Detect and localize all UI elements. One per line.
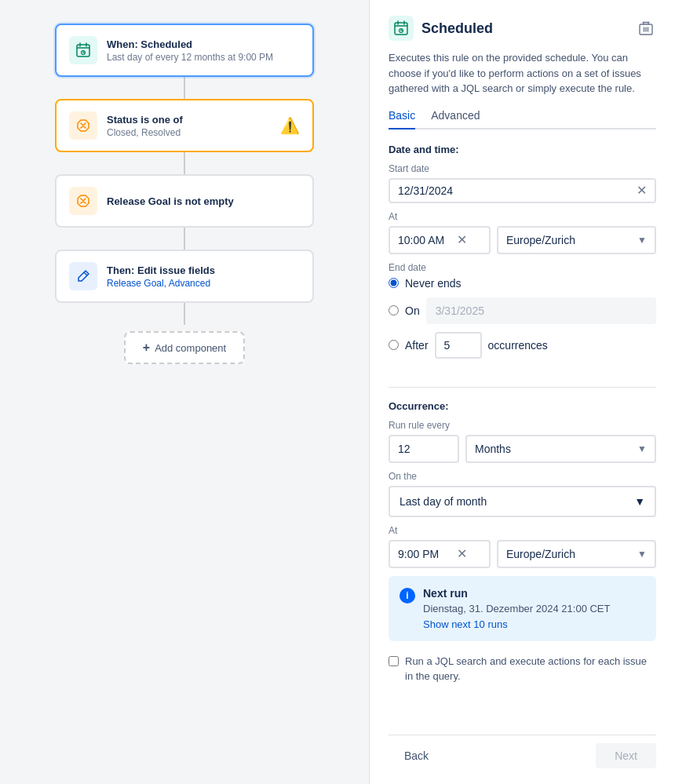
on-row: On 3/31/2025 — [389, 297, 656, 324]
never-ends-radio[interactable] — [389, 278, 399, 288]
add-component-button[interactable]: + Add component — [124, 331, 245, 364]
connector-3 — [184, 228, 185, 250]
status-filter-title: Status is one of — [107, 114, 271, 126]
tabs-row: Basic Advanced — [389, 109, 656, 129]
when-scheduled-title: When: Scheduled — [107, 38, 300, 50]
time-timezone-row-2: ✕ Europe/Zurich ▼ — [389, 540, 656, 568]
occurrence-section: Occurrence: Run rule every Months ▼ On t… — [389, 400, 656, 576]
right-panel: Scheduled Executes this rule on the prov… — [369, 0, 675, 784]
tab-basic[interactable]: Basic — [389, 109, 415, 129]
at-label-2: At — [389, 525, 656, 536]
after-label: After — [405, 339, 429, 352]
divider-1 — [389, 387, 656, 388]
end-date-label: End date — [389, 262, 656, 273]
plus-icon: + — [143, 341, 150, 355]
after-radio[interactable] — [389, 340, 399, 350]
timezone-select-1[interactable]: Europe/Zurich ▼ — [497, 226, 656, 254]
panel-description: Executes this rule on the provided sched… — [389, 50, 656, 97]
release-goal-content: Release Goal is not empty — [107, 195, 300, 207]
when-scheduled-subtitle: Last day of every 12 months at 9:00 PM — [107, 52, 300, 63]
occurrence-section-label: Occurrence: — [389, 400, 656, 412]
edit-issue-card[interactable]: Then: Edit issue fields Release Goal, Ad… — [55, 250, 314, 303]
start-date-input-box[interactable]: ✕ — [389, 178, 656, 203]
never-ends-label: Never ends — [405, 277, 462, 290]
release-goal-title: Release Goal is not empty — [107, 195, 300, 207]
panel-title: Scheduled — [421, 20, 493, 37]
run-rule-every-label: Run rule every — [389, 420, 656, 431]
run-every-row: Months ▼ — [389, 435, 656, 463]
start-date-label: Start date — [389, 163, 656, 174]
status-filter-content: Status is one of Closed, Resolved — [107, 114, 271, 138]
next-run-box: i Next run Dienstag, 31. Dezember 2024 2… — [389, 576, 656, 641]
jql-label: Run a JQL search and execute actions for… — [405, 654, 656, 684]
info-icon: i — [400, 588, 415, 603]
timezone-value-1: Europe/Zurich — [506, 234, 575, 246]
connector-4 — [184, 303, 185, 325]
next-run-date: Dienstag, 31. Dezember 2024 21:00 CET — [423, 603, 610, 614]
on-the-select[interactable]: Last day of month ▼ — [389, 486, 656, 517]
timezone-chevron-1: ▼ — [637, 235, 647, 246]
status-filter-card[interactable]: Status is one of Closed, Resolved ⚠️ — [55, 99, 314, 152]
add-component-label: Add component — [155, 342, 226, 354]
timezone-select-2[interactable]: Europe/Zurich ▼ — [497, 540, 656, 568]
back-button[interactable]: Back — [389, 743, 444, 768]
panel-header-icon — [389, 16, 414, 41]
next-button[interactable]: Next — [596, 743, 656, 768]
when-scheduled-content: When: Scheduled Last day of every 12 mon… — [107, 38, 300, 63]
release-goal-card[interactable]: Release Goal is not empty — [55, 174, 314, 228]
period-chevron: ▼ — [637, 443, 647, 454]
delete-button[interactable] — [636, 18, 656, 38]
connector-2 — [184, 152, 185, 174]
on-the-label: On the — [389, 471, 656, 482]
left-panel: When: Scheduled Last day of every 12 mon… — [0, 0, 369, 784]
occurrences-input[interactable] — [435, 332, 482, 359]
next-run-title: Next run — [423, 587, 610, 600]
at-label-1: At — [389, 211, 656, 222]
time-input-2[interactable] — [398, 548, 457, 560]
time-input-1[interactable] — [398, 234, 457, 246]
connector-1 — [184, 77, 185, 99]
release-goal-icon — [69, 187, 97, 215]
run-every-input[interactable] — [389, 435, 459, 463]
edit-issue-content: Then: Edit issue fields Release Goal, Ad… — [107, 264, 300, 289]
on-date-display: 3/31/2025 — [426, 297, 656, 324]
time-input-box-2[interactable]: ✕ — [389, 540, 491, 568]
status-card-icon — [69, 111, 97, 140]
on-label: On — [405, 304, 420, 317]
jql-row: Run a JQL search and execute actions for… — [389, 654, 656, 684]
period-select[interactable]: Months ▼ — [465, 435, 656, 463]
panel-header: Scheduled — [389, 16, 656, 41]
show-next-runs-link[interactable]: Show next 10 runs — [423, 618, 508, 630]
after-row: After occurrences — [389, 332, 656, 359]
start-date-clear-button[interactable]: ✕ — [637, 184, 647, 197]
end-date-section: End date Never ends On 3/31/2025 After o… — [389, 262, 656, 366]
status-filter-subtitle: Closed, Resolved — [107, 127, 271, 138]
on-the-value: Last day of month — [400, 495, 487, 508]
on-the-chevron: ▼ — [634, 495, 645, 508]
edit-issue-icon — [69, 262, 97, 290]
period-value: Months — [475, 443, 511, 455]
occurrences-label: occurrences — [488, 339, 548, 352]
time-input-box-1[interactable]: ✕ — [389, 226, 491, 254]
date-time-section-label: Date and time: — [389, 144, 656, 155]
next-run-content: Next run Dienstag, 31. Dezember 2024 21:… — [423, 587, 610, 630]
on-radio[interactable] — [389, 305, 399, 315]
svg-line-7 — [84, 272, 87, 275]
tab-advanced[interactable]: Advanced — [431, 109, 480, 129]
edit-issue-title: Then: Edit issue fields — [107, 264, 300, 276]
scheduled-card-icon — [69, 36, 97, 64]
panel-title-row: Scheduled — [389, 16, 493, 41]
time-clear-button-1[interactable]: ✕ — [457, 234, 467, 246]
timezone-value-2: Europe/Zurich — [506, 548, 575, 560]
start-date-input[interactable] — [398, 184, 637, 197]
jql-checkbox[interactable] — [389, 656, 399, 666]
edit-issue-subtitle: Release Goal, Advanced — [107, 278, 300, 289]
warning-icon: ⚠️ — [280, 116, 300, 135]
timezone-chevron-2: ▼ — [637, 549, 647, 560]
time-clear-button-2[interactable]: ✕ — [457, 548, 467, 560]
never-ends-row: Never ends — [389, 277, 656, 290]
when-scheduled-card[interactable]: When: Scheduled Last day of every 12 mon… — [55, 24, 314, 77]
time-timezone-row-1: ✕ Europe/Zurich ▼ — [389, 226, 656, 254]
footer-buttons: Back Next — [389, 735, 656, 768]
